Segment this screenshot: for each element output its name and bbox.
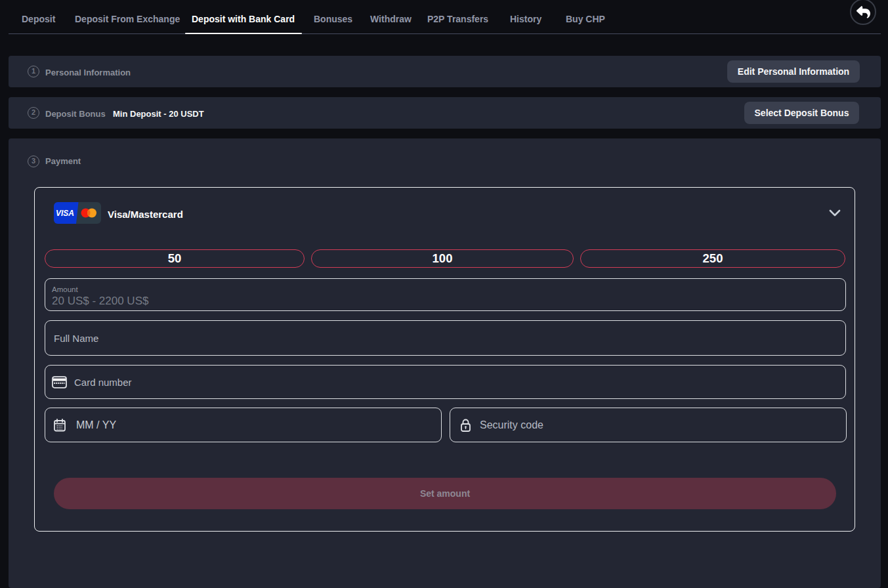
svg-text:VISA: VISA	[56, 209, 74, 218]
